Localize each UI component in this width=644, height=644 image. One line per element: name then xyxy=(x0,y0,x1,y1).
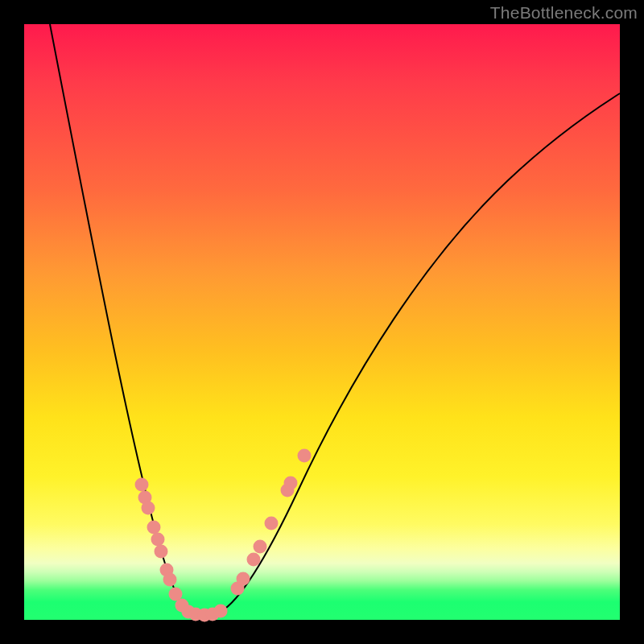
curve-svg xyxy=(24,24,620,620)
marker-dot xyxy=(247,553,261,567)
marker-dot xyxy=(142,502,155,515)
marker-dot xyxy=(254,540,267,554)
marker-dot xyxy=(135,478,149,492)
marker-dot-group xyxy=(135,449,312,622)
chart-frame: TheBottleneck.com xyxy=(0,0,644,644)
marker-dot xyxy=(151,533,165,547)
marker-dot xyxy=(147,521,161,535)
bottleneck-curve xyxy=(50,24,620,617)
marker-dot xyxy=(298,449,312,463)
watermark-text: TheBottleneck.com xyxy=(490,3,638,23)
marker-dot xyxy=(163,573,177,587)
marker-dot xyxy=(214,605,228,618)
marker-dot xyxy=(284,477,298,490)
marker-dot xyxy=(265,517,279,530)
plot-area xyxy=(24,24,620,620)
marker-dot xyxy=(155,545,168,559)
marker-dot xyxy=(237,572,250,586)
